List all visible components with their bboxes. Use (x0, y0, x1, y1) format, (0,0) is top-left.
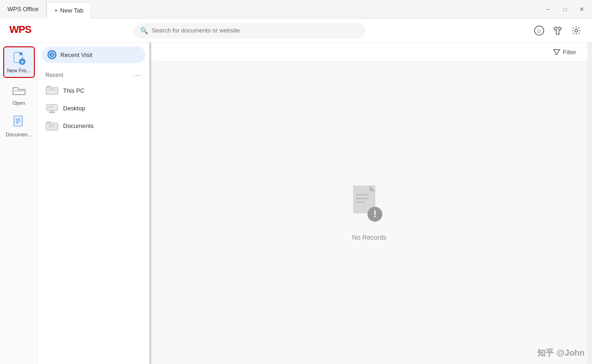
svg-rect-5 (19, 52, 22, 55)
sidebar-item-new-from[interactable]: + New Fro... (3, 46, 35, 78)
notification-icon[interactable]: ☺ (533, 24, 546, 37)
sidebar-item-open[interactable]: Open (3, 80, 35, 109)
open-icon (12, 83, 26, 98)
settings-icon[interactable] (570, 24, 583, 37)
svg-text:☺: ☺ (536, 28, 542, 34)
close-button[interactable]: ✕ (575, 3, 588, 16)
location-item-documents[interactable]: Documents (38, 117, 149, 134)
new-from-icon: + (12, 51, 26, 66)
filter-button[interactable]: Filter (549, 46, 580, 57)
new-tab-label: New Tab (60, 7, 84, 14)
wps-logo: WPS (9, 23, 46, 38)
documents-icon (45, 121, 58, 131)
location-item-desktop[interactable]: Desktop (38, 99, 149, 117)
desktop-label: Desktop (63, 105, 85, 112)
recent-visit-button[interactable]: Recent Visit (42, 46, 145, 63)
svg-point-3 (575, 29, 578, 32)
this-pc-icon (45, 85, 58, 96)
content-area: + New Fro... Open (0, 43, 592, 364)
title-bar: WPS Office + New Tab ─ □ ✕ (0, 0, 592, 19)
filter-icon (553, 48, 560, 56)
sidebar-item-open-label: Open (13, 100, 25, 106)
app-body: WPS 🔍 ☺ (0, 19, 592, 364)
recent-section-header: Recent ⋯ (38, 67, 149, 82)
recent-section-label: Recent (45, 72, 63, 78)
svg-text:!: ! (373, 209, 377, 219)
header-icons: ☺ (533, 24, 583, 37)
more-options-button[interactable]: ⋯ (132, 70, 142, 80)
search-input[interactable] (152, 27, 359, 34)
wps-office-tab[interactable]: WPS Office (0, 0, 46, 19)
plus-icon: + (54, 7, 58, 14)
svg-text:+: + (20, 59, 24, 65)
right-panel (587, 43, 592, 364)
shirt-icon[interactable] (551, 24, 564, 37)
svg-rect-20 (49, 112, 55, 113)
this-pc-label: This PC (63, 87, 84, 94)
svg-text:WPS: WPS (9, 24, 31, 35)
location-item-this-pc[interactable]: This PC (38, 82, 149, 99)
no-records-text: No Records (352, 234, 386, 241)
main-content: Filter (151, 43, 587, 364)
search-bar[interactable]: 🔍 (134, 23, 366, 38)
middle-panel: Recent Visit Recent ⋯ This PC (38, 43, 149, 364)
svg-rect-19 (50, 111, 54, 112)
sidebar-item-new-from-label: New Fro... (7, 68, 31, 73)
main-toolbar: Filter (151, 43, 587, 62)
no-records-area: ! No Records (151, 62, 587, 364)
recent-visit-label: Recent Visit (60, 51, 92, 58)
window-controls: ─ □ ✕ (542, 3, 592, 16)
desktop-icon (45, 103, 58, 113)
documents-label: Documents (63, 122, 94, 129)
search-icon: 🔍 (140, 27, 148, 34)
maximize-button[interactable]: □ (559, 3, 572, 16)
app-header: WPS 🔍 ☺ (0, 19, 592, 43)
document-icon (12, 115, 26, 130)
minimize-button[interactable]: ─ (542, 3, 555, 16)
sidebar-item-document-label: Documen... (6, 132, 32, 137)
no-records-illustration: ! (351, 185, 388, 226)
sidebar: + New Fro... Open (0, 43, 38, 364)
new-tab-button[interactable]: + New Tab (46, 2, 91, 19)
no-records-icon: ! (351, 185, 383, 224)
filter-label: Filter (563, 49, 576, 56)
recent-visit-icon (47, 50, 57, 59)
sidebar-item-document[interactable]: Documen... (3, 111, 35, 141)
wps-tab-label: WPS Office (7, 6, 39, 13)
